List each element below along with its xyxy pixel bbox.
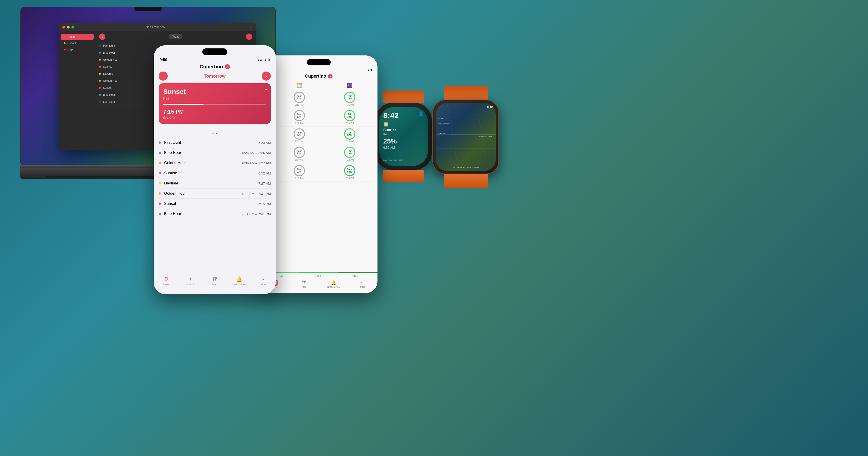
sun-sunset-circle: Fair 39% [344, 110, 355, 121]
tue-sunrise-time: 6:54 AM [295, 159, 303, 161]
sun-sunset-pct: 39% [347, 116, 352, 118]
tab-more-icon: ··· [261, 276, 266, 282]
wed-sunset-cell: Good 50% 7:10 PM [325, 165, 374, 179]
tab-notifications-icon: 🔔 [236, 276, 242, 282]
mac-nav-next[interactable]: › [246, 33, 252, 40]
card-subtitle: Fair [163, 96, 266, 101]
sunset-icon-header: 🌆 [347, 83, 352, 88]
tab-times-icon: ⏱ [163, 276, 168, 282]
right-tab-more[interactable]: ··· More [348, 280, 377, 288]
iphone-left-list: First Light 5:24 AM Blue Hour 6:26 AM – … [159, 138, 271, 274]
card-menu-icon[interactable]: ··· [264, 86, 267, 92]
mon-sunrise-cell: Poor 24% 6:53 AM [274, 128, 324, 143]
iphone-left-prev[interactable]: ‹ [159, 72, 168, 81]
sunset-dot [99, 87, 101, 89]
progress-bar-bg [163, 104, 266, 105]
tab-times[interactable]: ⏱ Times [154, 276, 178, 286]
sidebar-item-outlook[interactable]: Outlook [61, 40, 94, 46]
tab-more[interactable]: ··· More [251, 276, 276, 286]
tue-sunset-pct: 29% [347, 152, 352, 155]
dynamic-island-left [202, 49, 227, 55]
blue-hour-dot [99, 52, 101, 54]
sunrise-list-time: 6:52 AM [258, 171, 271, 175]
sidebar-outlook-label: Outlook [67, 41, 76, 45]
first-light-dot [99, 45, 101, 47]
sunset-list-dot [159, 203, 161, 205]
tab-notifications[interactable]: 🔔 Notifications [227, 276, 251, 286]
mac-nav-today[interactable]: Today [169, 34, 182, 39]
tue-sunset-circle: Fair 29% [344, 147, 355, 158]
tab-map-label: Map [212, 283, 217, 286]
signal-icon: ●●● [258, 58, 263, 62]
card-countdown: IN 1 DAY [163, 116, 266, 119]
watch-right-label-2: CATHEDRAL [438, 122, 450, 124]
wed-sunrise-pct: 23% [297, 171, 301, 173]
mac-nav-prev[interactable]: ‹ [99, 33, 105, 40]
sun-sunset-quality: Fair [347, 113, 351, 116]
battery-icon: ▮ [268, 58, 270, 62]
watch-left-band-top [383, 90, 424, 103]
mon-sunset-quality: Fair [347, 132, 351, 134]
iphone-right-location: Cupertino [305, 74, 326, 79]
iphone-right-status-icons: ▲ ▮ [367, 68, 373, 72]
tab-outlook[interactable]: ☀ Outlook [178, 276, 203, 286]
wed-sunset-pct: 50% [347, 171, 352, 173]
watch-left-label: Sunrise [383, 128, 424, 132]
right-battery-icon: ▮ [371, 68, 373, 72]
sun-sunset-time: 7:15 PM [345, 122, 354, 124]
iphone-left-header: Cupertino ➤ [154, 64, 276, 70]
tue-sunset-cell: Fair 29% 7:12 PM [325, 147, 374, 161]
card-time: 7:15 PM [163, 109, 266, 115]
sidebar-item-times[interactable]: Times [61, 34, 94, 40]
sat-sunset-quality: Fair [347, 95, 351, 97]
right-tab-notifications-label: Notifications [327, 286, 340, 288]
iphone-left-next[interactable]: › [262, 72, 271, 81]
progress-bar-fill [163, 104, 204, 105]
sunrise-header-icon: 🌅 [274, 83, 324, 88]
watch-right-label-3: DRAGON GATE [479, 136, 493, 138]
sunrise-list-dot [159, 172, 161, 174]
list-row-golden-hour-2: Golden Hour 6:40 PM – 7:31 PM [159, 189, 271, 199]
iphone-left: 9:59 ●●● ▲ ▮ Cupertino ➤ ‹ Tomorrow › ··… [154, 45, 276, 294]
right-tab-map[interactable]: 🗺 Map [289, 280, 319, 288]
golden-hour-dot-2 [99, 80, 101, 82]
iphone-left-screen: 9:59 ●●● ▲ ▮ Cupertino ➤ ‹ Tomorrow › ··… [154, 45, 276, 294]
watch-left-sun-icon: 🌅 [383, 122, 424, 127]
sunrise-icon: 🌅 [296, 83, 302, 88]
right-location-icon: ➤ [328, 74, 333, 79]
grid-row-tue: Tue Poor 22% 6:54 AM Fair 29% 7:12 PM [263, 145, 374, 163]
svg-line-5 [447, 103, 458, 171]
iphone-right-notch-area [260, 55, 377, 67]
list-row-golden-hour-1: Golden Hour 6:36 AM – 7:27 AM [159, 158, 271, 168]
iphone-left-time: 9:59 [160, 58, 167, 62]
watch-right-band-top [444, 86, 488, 99]
sat-sunrise-time: 7:16 PM [295, 104, 303, 106]
list-row-daytime: Daytime 7:27 AM [159, 178, 271, 189]
sunset-list-name: Sunset [164, 201, 258, 206]
wifi-icon: ▲ [264, 58, 267, 62]
iphone-left-status-icons: ●●● ▲ ▮ [258, 58, 270, 62]
sidebar-item-map[interactable]: Map [61, 47, 94, 53]
location-arrow-icon: ➤ [225, 64, 230, 69]
quality-labels: Fair Good Gre... [260, 275, 377, 277]
sidebar-map-label: Map [67, 48, 72, 51]
watch-right-band-bottom [444, 174, 488, 188]
grid-row-sun: Sun Poor 17% 6:52 AM Fair 39% 7:15 PM [263, 108, 374, 126]
sat-sunset-circle: Fair 23% [344, 92, 355, 103]
blue-hour-2-list-name: Blue Hour [164, 211, 242, 216]
watch-left-time: 8:42 [383, 111, 399, 120]
sun-sunset-cell: Fair 39% 7:15 PM [325, 110, 374, 124]
wed-sunrise-time: 6:55 AM [295, 177, 303, 179]
tue-sunset-quality: Fair [347, 150, 351, 152]
right-tab-notifications[interactable]: 🔔 Notifications [319, 280, 348, 288]
right-tab-more-icon: ··· [361, 280, 365, 285]
mon-sunrise-time: 6:53 AM [295, 140, 303, 143]
grid-header: 🌅 🌆 [263, 82, 374, 90]
blue-hour-list-name: Blue Hour [164, 150, 242, 155]
right-tab-map-icon: 🗺 [302, 280, 306, 285]
watch-right-date: September 16, 2023, 3:32PM [436, 166, 496, 169]
watch-left-screen: 8:42 👤 🌅 Sunrise Poor 25% 6:55 AM Mon Se… [379, 107, 428, 166]
tab-map[interactable]: 🗺 Map [203, 276, 227, 286]
sun-sunrise-quality: Poor [297, 113, 302, 116]
sunrise-list-name: Sunrise [164, 171, 258, 175]
